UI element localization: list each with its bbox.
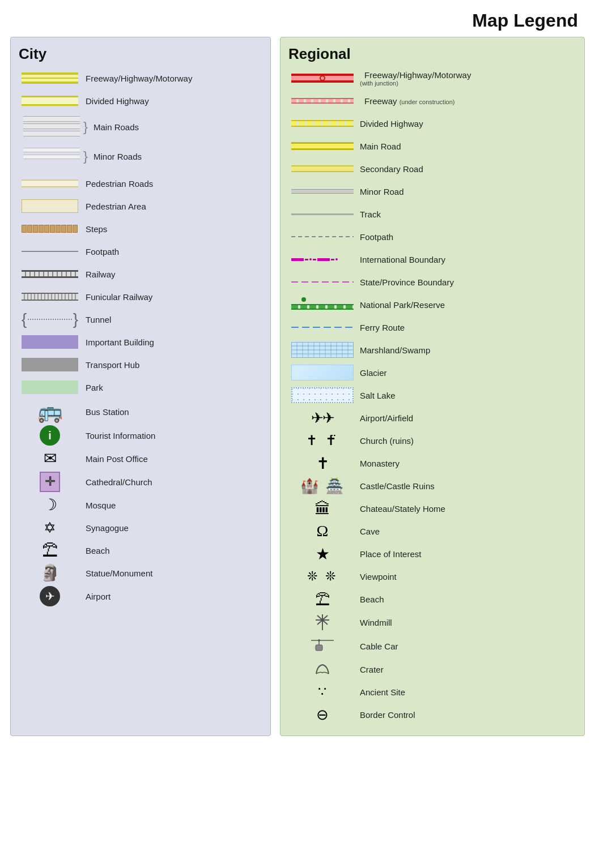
- list-item: Windmill: [288, 612, 575, 632]
- list-item: Glacier: [288, 363, 575, 382]
- list-item: Important Building: [19, 332, 261, 352]
- list-item: ★ Place of Interest: [288, 544, 575, 563]
- list-item: National Park/Reserve: [288, 295, 575, 314]
- list-item: Railway: [19, 264, 261, 284]
- list-item: ⛱ Beach: [19, 541, 261, 560]
- list-item: } Main Roads: [19, 114, 261, 142]
- list-item: 🏛 Chateau/Stately Home: [288, 499, 575, 518]
- list-item: i Tourist Information: [19, 425, 261, 446]
- list-item: ✡ Synagogue: [19, 518, 261, 537]
- list-item: ✈ Airport: [19, 586, 261, 606]
- svg-point-4: [321, 618, 324, 622]
- list-item: Park: [19, 378, 261, 397]
- list-item: Divided Highway: [19, 91, 261, 110]
- city-column: City Freeway/Highway/Motorway Divided Hi…: [10, 37, 271, 736]
- list-item: Freeway/Highway/Motorway (with junction): [288, 69, 575, 88]
- list-item: ❊ ❊ Viewpoint: [288, 567, 575, 586]
- list-item: ✉ Main Post Office: [19, 449, 261, 468]
- list-item: ∵ Ancient Site: [288, 682, 575, 702]
- list-item: Minor Road: [288, 182, 575, 201]
- list-item: Footpath: [288, 227, 575, 246]
- city-heading: City: [19, 45, 261, 63]
- list-item: Pedestrian Area: [19, 196, 261, 216]
- list-item: Ferry Route: [288, 318, 575, 337]
- svg-rect-7: [316, 645, 322, 651]
- list-item: Pedestrian Roads: [19, 174, 261, 193]
- list-item: State/Province Boundary: [288, 272, 575, 292]
- list-item: Main Road: [288, 136, 575, 156]
- list-item: Freeway (under construction): [288, 91, 575, 110]
- list-item: ✛ Cathedral/Church: [19, 472, 261, 492]
- list-item: 🗿 Statue/Monument: [19, 563, 261, 583]
- list-item: Funicular Railway: [19, 287, 261, 306]
- list-item: ☽ Mosque: [19, 495, 261, 515]
- list-item: Freeway/Highway/Motorway: [19, 69, 261, 88]
- regional-heading: Regional: [288, 45, 575, 63]
- list-item: ⛱ Beach: [288, 589, 575, 609]
- list-item: Secondary Road: [288, 159, 575, 178]
- list-item: } Minor Roads: [19, 146, 261, 170]
- list-item: Ω Cave: [288, 521, 575, 541]
- list-item: International Boundary: [288, 250, 575, 269]
- list-item: Salt Lake: [288, 386, 575, 405]
- list-item: Cable Car: [288, 636, 575, 656]
- list-item: ✝ Monastery: [288, 454, 575, 473]
- list-item: 🏰 🏯 Castle/Castle Ruins: [288, 476, 575, 495]
- list-item: Footpath: [19, 242, 261, 261]
- list-item: } } Tunnel: [19, 310, 261, 329]
- list-item: Steps: [19, 219, 261, 238]
- list-item: ✝ ✝̈ Church (ruins): [288, 431, 575, 450]
- page-title: Map Legend: [0, 0, 595, 37]
- list-item: ✈✈ Airport/Airfield: [288, 408, 575, 427]
- list-item: 🚌 Bus Station: [19, 401, 261, 422]
- list-item: Divided Highway: [288, 114, 575, 133]
- list-item: ⊖ Border Control: [288, 705, 575, 724]
- list-item: Transport Hub: [19, 355, 261, 374]
- regional-column: Regional Freeway/Highway/Motorway (with …: [280, 37, 585, 736]
- svg-point-8: [318, 639, 320, 642]
- list-item: Crater: [288, 660, 575, 679]
- list-item: Marshland/Swamp: [288, 340, 575, 360]
- list-item: Track: [288, 204, 575, 224]
